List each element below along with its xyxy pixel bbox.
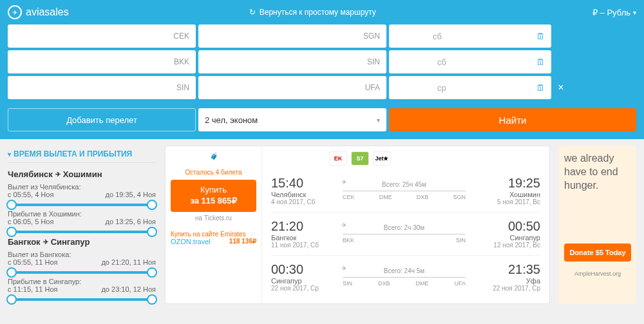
date-field[interactable]: 4 ноябрясб🗓 [389, 24, 551, 48]
filter-route: Челябинск ✈ Хошимин [8, 169, 156, 179]
origin-code: BKK [174, 57, 189, 66]
date-day: ср [437, 83, 446, 93]
date-value: 22 ноября [395, 83, 435, 93]
arr-time: 00:50 [469, 219, 540, 234]
ad-banner: we already have to end hunger. Donate $5… [559, 146, 636, 304]
dest-code: UFA [365, 83, 380, 92]
search-button[interactable]: Найти [389, 108, 636, 131]
time-slider[interactable] [8, 271, 156, 274]
filter-section-header[interactable]: ▾ВРЕМЯ ВЫЛЕТА И ПРИБЫТИЯ [8, 146, 156, 163]
passengers-field[interactable]: 2 чел, эконом▾ [198, 108, 386, 131]
time-slider[interactable] [8, 231, 156, 233]
calendar-icon: 🗓 [536, 83, 545, 93]
alt-price: 118 136₽ [229, 238, 256, 245]
remove-row-button[interactable]: × [554, 82, 568, 93]
results-area: ▾ВРЕМЯ ВЫЛЕТА И ПРИБЫТИЯ Челябинск ✈ Хош… [0, 139, 644, 310]
alt-agent-link[interactable]: OZON.travel [171, 238, 211, 245]
buy-button[interactable]: Купить за 115 865₽ [171, 180, 256, 212]
origin-field[interactable]: БангкокBKK [8, 50, 196, 73]
date-day: сб [437, 57, 446, 67]
dep-date: 4 ноя 2017, Сб [271, 198, 339, 205]
arr-date: 12 ноя 2017, Вс [469, 242, 540, 249]
time-slider[interactable] [8, 204, 156, 206]
flight-segment: 00:30 Сингапур 22 ноя 2017, Ср ✈ Всего: … [271, 255, 540, 298]
arr-city: Уфа [469, 277, 540, 285]
flight-segment: 15:40 Челябинск 4 ноя 2017, Сб ✈ Всего: … [271, 169, 540, 212]
dep-date: 11 ноя 2017, Сб [271, 242, 339, 249]
duration: Всего: 24ч 5м [343, 267, 466, 274]
dep-time: 00:30 [271, 262, 339, 277]
search-actions: Добавить перелет 2 чел, эконом▾ Найти [0, 108, 644, 139]
plane-icon: ✈ [341, 265, 346, 272]
ad-headline: we already have to end hunger. [564, 152, 631, 192]
route-timeline: ✈ Всего: 25ч 45м CEKDMEDXBSGN [339, 181, 469, 200]
topbar: ✈ aviasales ↻ Вернуться к простому маршр… [0, 0, 644, 24]
date-value: 4 ноября [395, 32, 430, 41]
origin-code: CEK [173, 32, 189, 41]
origin-field[interactable]: СингапурSIN [8, 76, 196, 99]
origin-value: Сингапур [14, 83, 50, 93]
arr-time: 21:35 [469, 262, 540, 277]
dest-code: SIN [367, 57, 380, 66]
airline-badge: Jet★ [373, 151, 391, 166]
dest-value: Уфа [205, 83, 222, 93]
filter-range: с 05:55, 11 Ноядо 21:20, 11 Ноя [8, 258, 156, 266]
refresh-icon: ↻ [249, 8, 256, 17]
dep-time: 21:20 [271, 219, 339, 234]
dep-city: Челябинск [271, 191, 339, 198]
dep-date: 22 ноя 2017, Ср [271, 285, 339, 292]
buy-column: 🧳 Осталось 4 билета Купить за 115 865₽ н… [166, 146, 262, 303]
chevron-down-icon: ▾ [633, 9, 636, 16]
dest-value: Сингапур [205, 57, 241, 67]
filter-label: Прибытие в Сингапур: [8, 278, 156, 285]
filter-label: Вылет из Бангкока: [8, 251, 156, 258]
stop-codes: SINDXBDMEUFA [343, 280, 466, 287]
arr-time: 19:25 [469, 176, 540, 191]
ad-footer: AmpleHarvest.org [564, 271, 631, 277]
arrival-block: 00:50 Сингапур 12 ноя 2017, Вс [469, 219, 540, 249]
logo[interactable]: ✈ aviasales [8, 5, 69, 19]
date-day: сб [433, 32, 442, 41]
donate-button[interactable]: Donate $5 Today [564, 243, 631, 262]
add-flight-button[interactable]: Добавить перелет [8, 108, 196, 131]
departure-block: 00:30 Сингапур 22 ноя 2017, Ср [271, 262, 339, 292]
currency-selector[interactable]: ₽ – Рубль ▾ [592, 8, 636, 17]
flight-row-1: ЧелябинскCEK ХошиминSGN 4 ноябрясб🗓 [8, 24, 636, 48]
dep-city: Бангкок [271, 234, 339, 242]
origin-value: Бангкок [14, 57, 44, 67]
pax-value: 2 чел, эконом [205, 115, 258, 125]
flight-segment: 21:20 Бангкок 11 ноя 2017, Сб ✈ Всего: 2… [271, 212, 540, 255]
back-link-label: Вернуться к простому маршруту [260, 8, 376, 17]
route-timeline: ✈ Всего: 2ч 30м BKKSIN [339, 224, 469, 243]
filter-range: с 05:55, 4 Ноядо 19:35, 4 Ноя [8, 191, 156, 198]
origin-code: SIN [176, 83, 189, 92]
filter-route: Бангкок ✈ Сингапур [8, 237, 156, 247]
dep-city: Сингапур [271, 277, 339, 285]
chevron-down-icon: ▾ [377, 117, 380, 124]
dest-code: SGN [363, 32, 380, 41]
airline-badge: EK [329, 151, 347, 166]
buy-label: Купить [178, 185, 249, 196]
duration: Всего: 2ч 30м [343, 224, 466, 231]
origin-field[interactable]: ЧелябинскCEK [8, 24, 196, 48]
airline-logos: EK S7 Jet★ [271, 151, 540, 166]
flight-row-2: БангкокBKK СингапурSIN 11 ноябрясб🗓 [8, 50, 636, 73]
baggage-icon: 🧳 [171, 153, 256, 160]
back-to-simple-link[interactable]: ↻ Вернуться к простому маршруту [249, 8, 376, 17]
agent-label: на Tickets.ru [171, 214, 256, 222]
dest-value: Хошимин [205, 32, 242, 41]
destination-field[interactable]: ХошиминSGN [198, 24, 386, 48]
stop-codes: CEKDMEDXBSGN [343, 194, 466, 200]
time-slider[interactable] [8, 298, 156, 301]
results-list: 🧳 Осталось 4 билета Купить за 115 865₽ н… [165, 146, 550, 304]
date-field[interactable]: 11 ноябрясб🗓 [389, 50, 551, 73]
destination-field[interactable]: УфаUFA [198, 76, 386, 99]
filter-range: с 06:05, 5 Ноядо 13:25, 6 Ноя [8, 218, 156, 225]
search-header: ✈ aviasales ↻ Вернуться к простому маршр… [0, 0, 644, 139]
filters-sidebar: ▾ВРЕМЯ ВЫЛЕТА И ПРИБЫТИЯ Челябинск ✈ Хош… [8, 146, 156, 304]
date-field[interactable]: 22 ноябряср🗓 [389, 76, 551, 99]
filter-label: Прибытие в Хошимин: [8, 210, 156, 218]
calendar-icon: 🗓 [536, 57, 545, 67]
plane-icon: ✈ [341, 178, 346, 186]
destination-field[interactable]: СингапурSIN [198, 50, 386, 73]
